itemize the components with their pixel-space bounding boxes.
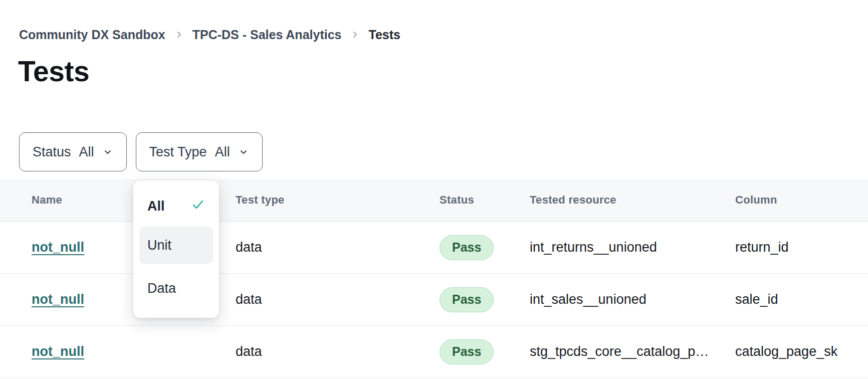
table-row: not_null data Pass int_returns__unioned … xyxy=(0,222,868,274)
breadcrumb: Community DX Sandbox TPC-DS - Sales Anal… xyxy=(19,26,868,43)
chevron-right-icon xyxy=(174,30,183,39)
test-type-cell: data xyxy=(236,292,440,307)
column-header-column: Column xyxy=(735,194,868,207)
breadcrumb-item-account[interactable]: Community DX Sandbox xyxy=(19,28,165,42)
table-row: not_null data Pass int_sales__unioned sa… xyxy=(0,274,868,326)
column-header-test-type: Test type xyxy=(236,194,440,207)
tested-resource-cell: int_returns__unioned xyxy=(530,240,735,255)
test-type-filter-label: Test Type xyxy=(149,144,207,160)
column-header-tested-resource: Tested resource xyxy=(530,194,735,207)
status-badge: Pass xyxy=(440,339,494,364)
menu-item-data[interactable]: Data xyxy=(139,270,213,307)
test-type-filter-button[interactable]: Test Type All xyxy=(136,132,263,171)
column-cell: catalog_page_sk xyxy=(735,344,868,359)
test-name-link[interactable]: not_null xyxy=(32,344,84,359)
menu-item-unit-label: Unit xyxy=(147,238,171,253)
page-title: Tests xyxy=(18,54,868,88)
checkmark-icon xyxy=(191,198,205,215)
menu-item-all[interactable]: All xyxy=(139,192,213,221)
status-badge: Pass xyxy=(440,235,494,260)
chevron-right-icon xyxy=(350,30,359,39)
column-header-status: Status xyxy=(440,194,530,207)
status-filter-button[interactable]: Status All xyxy=(19,132,127,171)
menu-item-all-label: All xyxy=(147,199,165,214)
status-filter-value: All xyxy=(79,144,94,160)
tested-resource-cell: stg_tpcds_core__catalog_p… xyxy=(530,344,735,359)
table-header-row: Name Test type Status Tested resource Co… xyxy=(0,179,868,222)
filters-bar: Status All Test Type All xyxy=(19,132,868,171)
status-badge: Pass xyxy=(440,287,494,312)
column-cell: sale_id xyxy=(735,292,868,307)
menu-item-unit[interactable]: Unit xyxy=(139,227,213,264)
test-name-link[interactable]: not_null xyxy=(32,292,84,307)
test-type-filter-value: All xyxy=(215,144,230,160)
test-type-cell: data xyxy=(236,240,440,255)
menu-item-data-label: Data xyxy=(147,281,176,296)
breadcrumb-item-current: Tests xyxy=(368,28,400,42)
column-cell: return_id xyxy=(735,240,868,255)
test-type-cell: data xyxy=(236,344,440,359)
table-row: not_null data Pass stg_tpcds_core__catal… xyxy=(0,326,868,378)
tested-resource-cell: int_sales__unioned xyxy=(530,292,735,307)
chevron-down-icon xyxy=(238,146,249,157)
chevron-down-icon xyxy=(102,146,113,157)
tests-table: Name Test type Status Tested resource Co… xyxy=(0,179,868,378)
status-filter-label: Status xyxy=(33,144,71,160)
test-type-dropdown-menu: All Unit Data xyxy=(133,180,219,318)
breadcrumb-item-project[interactable]: TPC-DS - Sales Analytics xyxy=(192,28,342,42)
test-name-link[interactable]: not_null xyxy=(32,240,84,255)
